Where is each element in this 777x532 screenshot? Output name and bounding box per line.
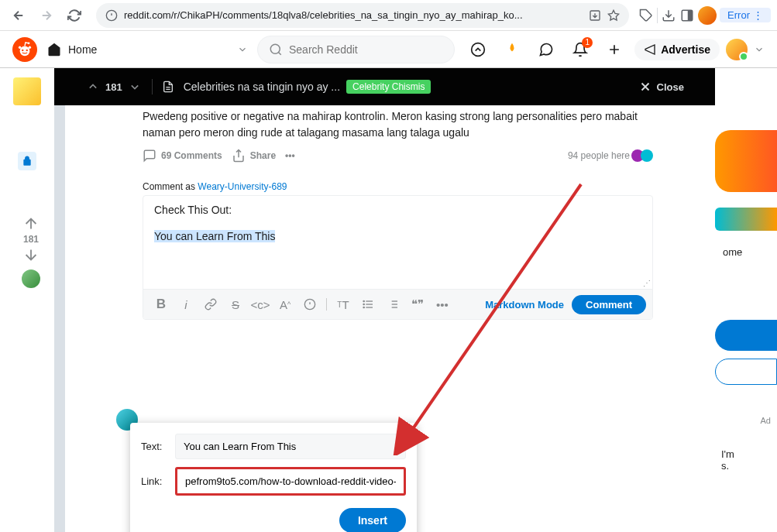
more-formatting-button[interactable]: ••• — [431, 293, 454, 316]
nav-dropdown[interactable]: Home — [46, 42, 248, 57]
svg-point-17 — [363, 304, 364, 304]
community-avatar — [13, 77, 41, 105]
notification-count: 1 — [582, 37, 593, 48]
search-input[interactable] — [289, 43, 443, 56]
extensions-icon[interactable] — [638, 8, 654, 23]
comment-icon — [143, 149, 156, 163]
heading-button[interactable]: TT — [332, 293, 355, 316]
document-icon — [162, 81, 174, 93]
markdown-mode-link[interactable]: Markdown Mode — [485, 299, 564, 311]
comment-editor: Check This Out: You can Learn From This … — [143, 195, 653, 320]
svg-point-5 — [22, 49, 23, 50]
insert-button[interactable]: Insert — [339, 508, 406, 532]
share-icon — [232, 149, 246, 163]
svg-point-10 — [270, 44, 280, 53]
number-list-button[interactable] — [381, 293, 404, 316]
svg-point-6 — [26, 49, 28, 50]
comment-textarea[interactable]: Check This Out: You can Learn From This … — [143, 196, 652, 289]
post-score: 181 — [105, 81, 122, 93]
install-icon[interactable] — [589, 9, 601, 22]
notifications-icon[interactable]: 1 — [566, 36, 594, 63]
svg-point-9 — [28, 42, 30, 44]
bold-button[interactable]: B — [150, 293, 173, 316]
post-flair[interactable]: Celebrity Chismis — [346, 80, 431, 94]
downvote-icon[interactable] — [22, 246, 40, 263]
spoiler-button[interactable] — [298, 293, 321, 316]
url-text: reddit.com/r/ChikaPH/comments/18qlva8/ce… — [124, 9, 583, 21]
reddit-header: Home 1 Advertise — [0, 31, 777, 68]
error-badge[interactable]: Error ⋮ — [720, 8, 771, 22]
close-button[interactable]: Close — [638, 80, 684, 94]
link-insert-popup: Text: Link: Insert — [130, 423, 417, 532]
resize-handle-icon[interactable]: ⋰ — [643, 279, 651, 287]
address-bar[interactable]: reddit.com/r/ChikaPH/comments/18qlva8/ce… — [96, 3, 629, 28]
reddit-logo-icon[interactable] — [12, 37, 37, 62]
downvote-icon[interactable] — [127, 79, 143, 94]
strikethrough-button[interactable]: S — [224, 293, 247, 316]
search-icon — [269, 43, 283, 57]
username-link[interactable]: Weary-University-689 — [198, 181, 287, 192]
svg-point-11 — [472, 43, 485, 56]
home-icon — [46, 42, 62, 57]
text-field-label: Text: — [141, 441, 175, 452]
upvote-icon[interactable] — [85, 79, 101, 94]
home-label: Home — [68, 43, 97, 56]
reload-button[interactable] — [62, 3, 87, 28]
post-header-bar: 181 Celebrities na sa tingin nyo ay ... … — [54, 68, 715, 105]
post-body: Pwedeng positive or negative na mahirap … — [143, 105, 653, 141]
create-post-icon[interactable] — [600, 36, 628, 63]
chevron-down-icon[interactable] — [754, 44, 765, 55]
link-text-input[interactable] — [175, 434, 406, 459]
link-url-input[interactable] — [175, 467, 406, 496]
svg-rect-3 — [688, 10, 693, 21]
downloads-icon[interactable] — [661, 8, 676, 23]
back-button[interactable] — [6, 3, 31, 28]
svg-point-18 — [363, 307, 364, 307]
site-info-icon — [105, 9, 118, 22]
close-icon — [638, 80, 652, 94]
comment-as-label: Comment as Weary-University-689 — [143, 181, 653, 192]
link-field-label: Link: — [141, 475, 175, 487]
svg-point-8 — [19, 46, 21, 48]
bookmark-star-icon[interactable] — [607, 9, 620, 22]
advertise-button[interactable]: Advertise — [634, 39, 720, 60]
coins-icon[interactable] — [498, 36, 526, 63]
comments-button[interactable]: 69 Comments — [143, 149, 222, 163]
chat-icon[interactable] — [532, 36, 560, 63]
profile-avatar-icon[interactable] — [698, 6, 717, 25]
quote-button[interactable]: ❝❞ — [406, 293, 429, 316]
people-here: 94 people here — [568, 149, 653, 162]
post-actions: 69 Comments Share ••• 94 people here — [143, 149, 653, 163]
svg-point-4 — [20, 46, 30, 56]
svg-point-7 — [29, 46, 31, 48]
user-avatar[interactable] — [726, 39, 748, 60]
bullet-list-button[interactable] — [356, 293, 380, 316]
editor-toolbar: B i S <c> A^ TT ❝❞ ••• Markdown Mode Com… — [143, 289, 652, 319]
link-button[interactable] — [199, 293, 222, 316]
browser-toolbar: reddit.com/r/ChikaPH/comments/18qlva8/ce… — [0, 0, 777, 31]
italic-button[interactable]: i — [174, 293, 198, 316]
forward-button[interactable] — [34, 3, 59, 28]
share-button[interactable]: Share — [232, 149, 276, 163]
code-button[interactable]: <c> — [249, 293, 272, 316]
post-title: Celebrities na sa tingin nyo ay ... Cele… — [184, 80, 629, 94]
right-sidebar-bg: ome Ad I'm s. — [715, 68, 777, 532]
left-vote-peek: 181 — [22, 215, 40, 288]
left-sidebar-bg — [0, 68, 54, 532]
sidepanel-icon[interactable] — [679, 8, 695, 23]
superscript-button[interactable]: A^ — [273, 293, 297, 316]
popular-icon[interactable] — [464, 36, 492, 63]
content-area: 181 ome Ad I'm s. 181 Celebrities na sa … — [0, 68, 777, 532]
upvote-icon[interactable] — [22, 215, 40, 232]
megaphone-icon — [644, 43, 656, 56]
more-button[interactable]: ••• — [285, 150, 295, 161]
comment-submit-button[interactable]: Comment — [572, 295, 646, 314]
search-box[interactable] — [257, 36, 455, 63]
svg-point-16 — [363, 300, 364, 301]
chevron-down-icon — [237, 44, 248, 55]
